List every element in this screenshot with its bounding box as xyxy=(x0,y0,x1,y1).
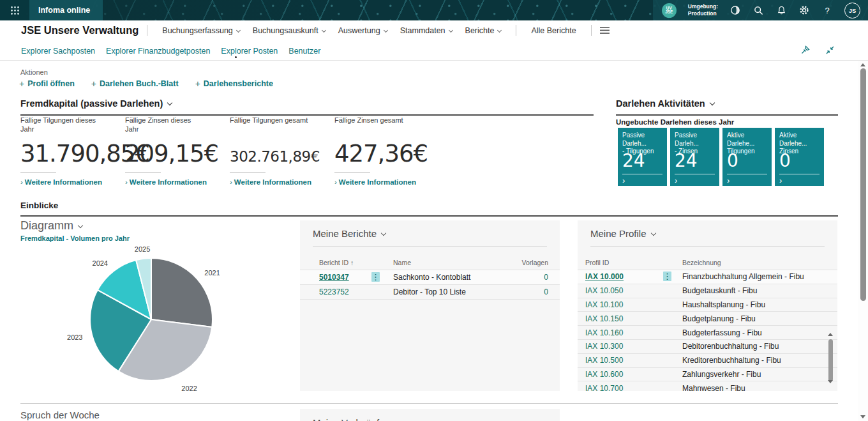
meine-berichte-title[interactable]: Meine Berichte xyxy=(300,220,560,239)
profil-id-link[interactable]: IAX 10.500 xyxy=(585,356,663,365)
page-title[interactable]: JSE Unsere Verwaltung xyxy=(21,24,138,36)
nav-menu-buchungserfassung[interactable]: Buchungserfassung xyxy=(162,26,240,35)
nav-menu-auswertung[interactable]: Auswertung xyxy=(338,26,387,35)
profil-id-link[interactable]: IAX 10.700 xyxy=(585,384,663,391)
nav-link-benutzer[interactable]: Benutzer xyxy=(288,47,320,56)
settings-gear-icon[interactable] xyxy=(798,4,810,16)
table-row[interactable]: IAX 10.150Budgetplanung - Fibu xyxy=(578,312,837,326)
nav-link-explorer-sachposten[interactable]: Explorer Sachposten xyxy=(21,47,95,56)
kpi-link-label: Weitere Informationen xyxy=(130,178,207,186)
table-row[interactable]: IAX 10.600Zahlungsverkehr - Fibu xyxy=(578,368,837,382)
nav-menu-berichte[interactable]: Berichte xyxy=(465,26,502,35)
scroll-up-icon[interactable] xyxy=(828,333,833,336)
card-scrollbar-bottom[interactable] xyxy=(827,380,834,383)
bericht-id-link[interactable]: 5223752 xyxy=(319,287,371,296)
meine-profile-card: Meine Profile Profil ID Bezeichnung IAX … xyxy=(578,220,837,391)
meine-profile-title[interactable]: Meine Profile xyxy=(578,220,837,239)
column-bericht-id[interactable]: Bericht ID ↑ xyxy=(319,259,371,266)
diagramm-subtitle[interactable]: Fremdkapital - Volumen pro Jahr xyxy=(20,234,295,242)
profil-id-link[interactable]: IAX 10.100 xyxy=(585,300,663,309)
activity-tile-passive-darleh-zinsen[interactable]: Passive Darleh...- Zinsen24› xyxy=(670,128,719,186)
profil-id-link[interactable]: IAX 10.160 xyxy=(585,328,663,337)
table-row[interactable]: 5010347⋮Sachkonto - Kontoblatt0 xyxy=(300,270,560,285)
scrollbar-thumb[interactable] xyxy=(860,68,866,301)
dynamics365-icon[interactable] xyxy=(730,4,741,16)
nav-menu-group: BuchungserfassungBuchungsauskunftAuswert… xyxy=(156,26,507,35)
table-row[interactable]: IAX 10.050Budgetauskunft - Fibu xyxy=(578,284,837,298)
chevron-right-icon: › xyxy=(675,176,677,185)
kpi-fällige-zinsen-gesamt: Fällige Zinsen gesamt427,36€›Weitere Inf… xyxy=(334,116,439,186)
tile-label: Passive Darleh...- Zinsen xyxy=(675,132,715,148)
profil-id-link[interactable]: IAX 10.300 xyxy=(585,342,663,351)
activity-tile-aktive-darlehe-tilgungen[interactable]: Aktive Darlehe...Tilgungen0› xyxy=(722,128,772,186)
table-row[interactable]: IAX 10.700Mahnwesen - Fibu xyxy=(578,381,837,391)
kpi-more-info-link[interactable]: ›Weitere Informationen xyxy=(230,178,334,186)
nav-link-explorer-posten[interactable]: Explorer Posten xyxy=(221,47,278,56)
action-profil-öffnen[interactable]: +Profil öffnen xyxy=(19,79,75,89)
section-fremdkapital-header[interactable]: Fremdkapital (passive Darlehen) xyxy=(20,98,594,116)
column-name[interactable]: Name xyxy=(393,259,509,266)
bericht-id-link[interactable]: 5010347 xyxy=(319,273,371,282)
page-scrollbar[interactable] xyxy=(858,61,868,421)
column-vorlagen[interactable]: Vorlagen xyxy=(509,259,548,266)
action-label: Profil öffnen xyxy=(27,79,75,88)
table-row[interactable]: IAX 10.500Kreditorenbuchhaltung - Fibu xyxy=(578,354,837,368)
table-row[interactable]: IAX 10.160Budgeterfassung - Fibu xyxy=(578,326,837,340)
scrollbar-thumb[interactable] xyxy=(828,339,833,381)
nav-item-alle-berichte[interactable]: Alle Berichte xyxy=(531,26,576,35)
kpi-value: 302.761,89€ xyxy=(230,134,334,167)
profil-id-link[interactable]: IAX 10.000 xyxy=(585,272,663,281)
table-header: Bericht ID ↑ Name Vorlagen xyxy=(300,255,560,270)
avatar[interactable]: JS xyxy=(844,3,860,19)
diagramm-title[interactable]: Diagramm xyxy=(20,219,295,233)
collapse-icon[interactable] xyxy=(825,45,835,55)
app-launcher-icon[interactable] xyxy=(0,0,29,20)
tile-label: Aktive Darlehe...Tilgungen xyxy=(727,132,767,148)
kpi-more-info-link[interactable]: ›Weitere Informationen xyxy=(334,178,439,186)
notifications-bell-icon[interactable] xyxy=(775,4,787,16)
nav-link-explorer-finanzbudgetposten[interactable]: Explorer Finanzbudgetposten xyxy=(106,47,210,56)
diagramm-panel: Diagramm Fremdkapital - Volumen pro Jahr… xyxy=(20,219,295,242)
column-profil-id[interactable]: Profil ID xyxy=(585,259,663,266)
nav-menu-buchungsauskunft[interactable]: Buchungsauskunft xyxy=(253,26,326,35)
profil-id-link[interactable]: IAX 10.600 xyxy=(585,370,663,379)
profil-bezeichnung: Budgeterfassung - Fibu xyxy=(682,328,814,337)
table-row[interactable]: IAX 10.300Debitorenbuchhaltung - Fibu xyxy=(578,340,837,354)
column-bezeichnung[interactable]: Bezeichnung xyxy=(682,259,814,266)
pie-slice-2021[interactable] xyxy=(151,258,213,327)
more-menu-icon[interactable] xyxy=(600,27,610,34)
divider xyxy=(727,174,767,174)
kpi-fällige-tilgungen-gesamt: Fällige Tilgungen gesamt302.761,89€›Weit… xyxy=(230,116,334,186)
activity-tile-passive-darleh-tilgungen[interactable]: Passive Darleh...- Tilgungen24› xyxy=(618,128,667,186)
table-row[interactable]: IAX 10.000⋮Finanzbuchhaltung Allgemein -… xyxy=(578,270,837,284)
chevron-down-icon xyxy=(167,100,172,105)
meine-verknuepfungen-title[interactable]: Meine Verknüpfungen xyxy=(300,409,560,421)
search-icon[interactable] xyxy=(752,4,764,16)
pin-icon[interactable] xyxy=(800,45,810,55)
table-row[interactable]: IAX 10.100Haushaltsplanung - Fibu xyxy=(578,298,837,312)
pie-label-2022: 2022 xyxy=(181,385,197,392)
pie-label-2021: 2021 xyxy=(204,269,220,277)
scroll-up-icon[interactable] xyxy=(860,63,865,66)
environment-badge[interactable]: UV JSE xyxy=(662,3,677,18)
section-darlehen-aktivitaeten-header[interactable]: Darlehen Aktivitäten xyxy=(616,98,838,116)
kpi-more-info-link[interactable]: ›Weitere Informationen xyxy=(20,178,125,186)
help-icon[interactable]: ? xyxy=(821,4,833,16)
profil-id-link[interactable]: IAX 10.050 xyxy=(585,286,663,295)
table-row[interactable]: 5223752Debitor - Top 10 Liste0 xyxy=(300,285,560,300)
app-title[interactable]: Infoma online xyxy=(29,0,103,20)
kpi-more-info-link[interactable]: ›Weitere Informationen xyxy=(125,178,230,186)
table-header: Profil ID Bezeichnung xyxy=(578,255,837,270)
scroll-down-icon[interactable] xyxy=(828,380,833,383)
activity-tile-aktive-darlehe-zinsen[interactable]: Aktive Darlehe...Zinsen0› xyxy=(775,128,824,186)
infoma-dashboard: Infoma online UV JSE Umgebung: Productio… xyxy=(0,0,868,421)
row-menu-dots-icon[interactable]: ⋮ xyxy=(663,272,671,281)
kpi-label: Fällige Tilgungen diesesJahr xyxy=(20,116,125,134)
row-menu-dots-icon[interactable]: ⋮ xyxy=(371,272,380,282)
action-darlehen-buch-blatt[interactable]: +Darlehen Buch.-Blatt xyxy=(91,79,179,89)
profil-bezeichnung: Mahnwesen - Fibu xyxy=(682,384,814,391)
profil-id-link[interactable]: IAX 10.150 xyxy=(585,314,663,323)
nav-menu-stammdaten[interactable]: Stammdaten xyxy=(400,26,453,35)
action-darlehensberichte[interactable]: +Darlehensberichte xyxy=(195,79,273,89)
scroll-down-icon[interactable] xyxy=(860,415,865,418)
